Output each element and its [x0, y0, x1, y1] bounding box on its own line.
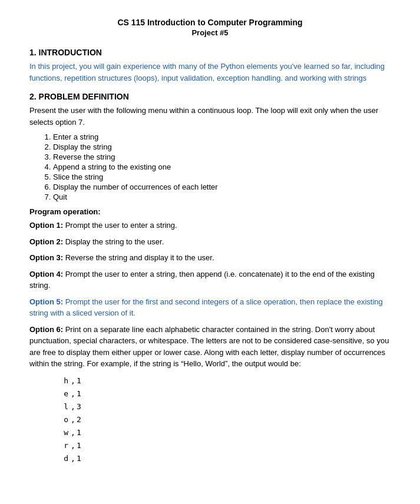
ex-comma: , — [71, 413, 74, 426]
program-op-label: Program operation: — [29, 207, 391, 216]
section1-text: In this project, you will gain experienc… — [29, 61, 391, 84]
list-item: Display the number of occurrences of eac… — [53, 183, 391, 191]
list-item: h,1 — [59, 374, 391, 387]
ex-num: 1 — [77, 452, 86, 465]
ex-num: 1 — [77, 426, 86, 439]
option-label-2: Option 2: — [29, 237, 63, 246]
list-item: e,1 — [59, 387, 391, 400]
ex-num: 1 — [77, 374, 86, 387]
section2-heading: 2. PROBLEM DEFINITION — [29, 92, 391, 101]
section1-heading: 1. INTRODUCTION — [29, 48, 391, 57]
ex-num: 2 — [77, 413, 86, 426]
header: CS 115 Introduction to Computer Programm… — [29, 18, 391, 37]
list-item: Enter a string — [53, 132, 391, 141]
page-subtitle: Project #5 — [29, 28, 391, 37]
options-container: Option 1: Prompt the user to enter a str… — [29, 220, 391, 370]
ex-comma: , — [71, 452, 74, 465]
ex-comma: , — [71, 400, 74, 413]
ex-char: d — [59, 452, 68, 465]
option-block-3: Option 3: Reverse the string and display… — [29, 252, 391, 264]
list-item: Quit — [53, 193, 391, 201]
section-introduction: 1. INTRODUCTION In this project, you wil… — [29, 48, 391, 84]
list-item: w,1 — [59, 426, 391, 439]
ex-char: h — [59, 374, 68, 387]
option-label-5: Option 5: — [29, 297, 63, 306]
option-label-6: Option 6: — [29, 325, 63, 334]
ex-char: l — [59, 400, 68, 413]
list-item: Slice the string — [53, 173, 391, 181]
menu-list: Enter a stringDisplay the stringReverse … — [53, 132, 391, 201]
list-item: l,3 — [59, 400, 391, 413]
ex-char: r — [59, 439, 68, 452]
example-output-table: h,1e,1l,3o,2w,1r,1d,1 — [59, 374, 391, 466]
option-block-2: Option 2: Display the string to the user… — [29, 236, 391, 248]
section2-intro: Present the user with the following menu… — [29, 105, 391, 128]
ex-char: w — [59, 426, 68, 439]
ex-comma: , — [71, 387, 74, 400]
page-title: CS 115 Introduction to Computer Programm… — [29, 18, 391, 27]
ex-comma: , — [71, 426, 74, 439]
option-block-4: Option 4: Prompt the user to enter a str… — [29, 268, 391, 291]
list-item: d,1 — [59, 452, 391, 465]
ex-num: 3 — [77, 400, 86, 413]
section-problem-definition: 2. PROBLEM DEFINITION Present the user w… — [29, 92, 391, 465]
list-item: Display the string — [53, 142, 391, 151]
list-item: r,1 — [59, 439, 391, 452]
option-block-6: Option 6: Print on a separate line each … — [29, 324, 391, 370]
option-label-3: Option 3: — [29, 253, 63, 262]
ex-num: 1 — [77, 387, 86, 400]
ex-char: o — [59, 413, 68, 426]
ex-char: e — [59, 387, 68, 400]
option-block-5: Option 5: Prompt the user for the first … — [29, 296, 391, 319]
option-label-1: Option 1: — [29, 221, 63, 230]
ex-comma: , — [71, 374, 74, 387]
ex-comma: , — [71, 439, 74, 452]
list-item: Reverse the string — [53, 152, 391, 161]
list-item: Append a string to the existing one — [53, 163, 391, 171]
option-label-4: Option 4: — [29, 270, 63, 278]
list-item: o,2 — [59, 413, 391, 426]
ex-num: 1 — [77, 439, 86, 452]
option-block-1: Option 1: Prompt the user to enter a str… — [29, 220, 391, 231]
